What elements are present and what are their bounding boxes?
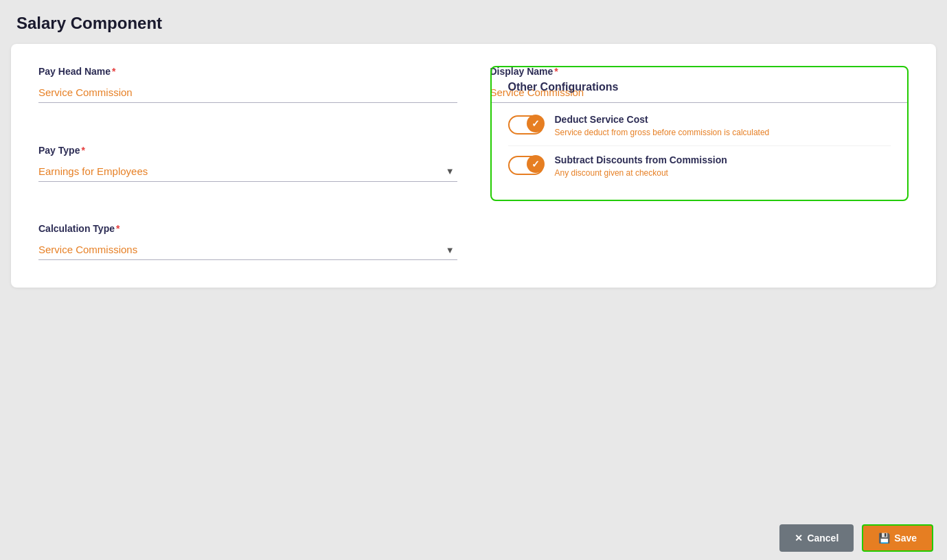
cancel-label: Cancel (807, 533, 838, 544)
pay-type-select-wrapper: Earnings for Employees Deductions ▼ (38, 161, 457, 182)
calculation-type-select-wrapper: Service Commissions Flat ▼ (38, 240, 457, 260)
save-icon: 💾 (878, 533, 890, 544)
other-config-title: Other Configurations (508, 81, 891, 93)
deduct-service-cost-item: ✓ Deduct Service Cost Service deduct fro… (508, 106, 891, 145)
deduct-service-cost-text: Deduct Service Cost Service deduct from … (555, 114, 770, 137)
pay-type-select[interactable]: Earnings for Employees Deductions (38, 161, 457, 181)
required-star: * (112, 66, 115, 77)
toggle-knob-1: ✓ (527, 115, 545, 132)
save-label: Save (894, 533, 917, 544)
calculation-type-group: Calculation Type* Service Commissions Fl… (38, 223, 457, 260)
required-star-3: * (116, 223, 119, 234)
subtract-discounts-toggle[interactable]: ✓ (508, 156, 544, 175)
required-star-2: * (81, 145, 84, 156)
calculation-type-select[interactable]: Service Commissions Flat (38, 240, 457, 259)
form-grid: Pay Head Name* Display Name* Other Confi… (38, 66, 909, 260)
toggle-check-icon-1: ✓ (532, 118, 540, 129)
pay-type-label: Pay Type* (38, 145, 457, 156)
toggle-check-icon-2: ✓ (532, 159, 540, 170)
pay-head-name-input[interactable] (38, 82, 457, 103)
cancel-icon: ✕ (795, 533, 803, 544)
subtract-discounts-label: Subtract Discounts from Commission (555, 154, 727, 165)
calculation-type-label: Calculation Type* (38, 223, 457, 234)
deduct-service-cost-label: Deduct Service Cost (555, 114, 770, 125)
pay-head-name-label: Pay Head Name* (38, 66, 457, 77)
subtract-discounts-sublabel: Any discount given at checkout (555, 168, 727, 178)
save-button[interactable]: 💾 Save (862, 524, 933, 552)
main-card: Pay Head Name* Display Name* Other Confi… (11, 44, 936, 288)
pay-type-group: Pay Type* Earnings for Employees Deducti… (38, 145, 457, 202)
subtract-discounts-text: Subtract Discounts from Commission Any d… (555, 154, 727, 178)
deduct-service-cost-sublabel: Service deduct from gross before commiss… (555, 128, 770, 137)
deduct-service-cost-toggle[interactable]: ✓ (508, 115, 544, 135)
toggle-knob-2: ✓ (527, 155, 545, 173)
pay-head-name-group: Pay Head Name* (38, 66, 457, 123)
other-configurations-box: Other Configurations ✓ Deduct Service Co… (490, 66, 909, 201)
page-title: Salary Component (0, 0, 947, 44)
cancel-button[interactable]: ✕ Cancel (779, 524, 854, 552)
subtract-discounts-item: ✓ Subtract Discounts from Commission Any… (508, 145, 891, 186)
bottom-action-bar: ✕ Cancel 💾 Save (0, 516, 947, 560)
